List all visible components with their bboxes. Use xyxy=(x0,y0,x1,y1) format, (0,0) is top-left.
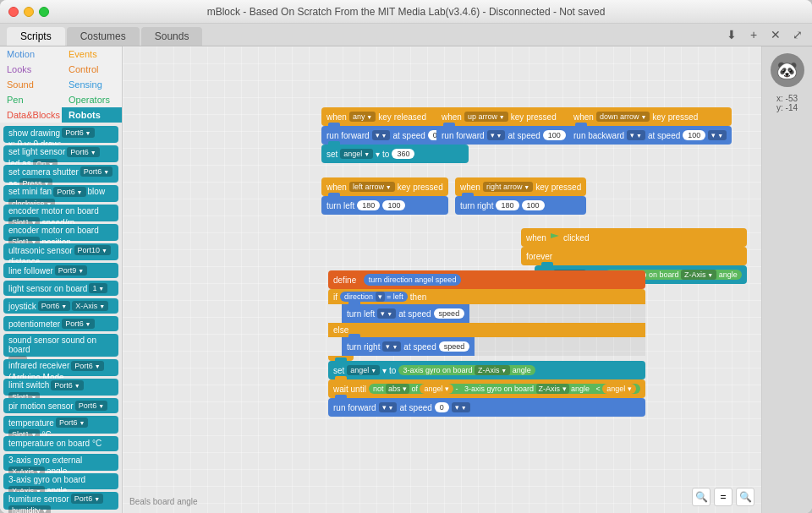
event-block-clicked[interactable]: when clicked xyxy=(521,228,747,247)
action-block-backward-100[interactable]: run backward ▾ at speed 100▾ xyxy=(568,126,732,145)
list-item[interactable]: potentiometer Port6 xyxy=(3,316,118,331)
category-events[interactable]: Events xyxy=(62,46,122,62)
event-block-left-arrow[interactable]: when left arrow key pressed xyxy=(321,177,448,196)
import-icon[interactable]: ⬇ xyxy=(724,27,739,42)
list-item[interactable]: temperature Port6 Slot1 °C xyxy=(3,416,118,434)
category-sound[interactable]: Sound xyxy=(0,77,62,92)
workspace[interactable]: when any key released run forward ▾ at s… xyxy=(123,46,761,513)
list-item[interactable]: pir motion sensor Port6 xyxy=(3,398,118,413)
block-group-left-arrow[interactable]: when left arrow key pressed turn left 18… xyxy=(321,177,448,215)
block-group-right-arrow[interactable]: when right arrow key pressed turn right … xyxy=(455,177,586,215)
block-group-define[interactable]: define turn direction angel speed if dir… xyxy=(328,270,645,417)
list-item[interactable]: 3-axis gyro on board X-Axis angle xyxy=(3,473,118,490)
category-control[interactable]: Control xyxy=(62,62,122,77)
titlebar: mBlock - Based On Scratch From the MIT M… xyxy=(0,0,812,24)
list-item[interactable]: set camera shutter Port6 as Press xyxy=(3,165,118,183)
category-motion[interactable]: Motion xyxy=(0,46,62,62)
list-item[interactable]: encoder motor on board Slot1 position xyxy=(3,224,118,241)
cat-col-right: Events Control Sensing Operators Robots xyxy=(62,46,122,123)
x-coord: -53 xyxy=(786,94,798,103)
panda-icon: 🐼 xyxy=(771,53,804,87)
toolbar-icons: ⬇ + ✕ ⤢ xyxy=(724,27,805,46)
list-item[interactable]: 3-axis gyro external X-Axis angle xyxy=(3,454,118,471)
traffic-lights xyxy=(8,7,49,17)
sidebar-categories: Motion Looks Sound Pen Data&Blocks Event… xyxy=(0,46,123,513)
action-block-run-forward-end[interactable]: run forward ▾ at speed 0▾ xyxy=(328,398,645,417)
expand-icon[interactable]: ⤢ xyxy=(790,27,805,42)
list-item[interactable]: humiture sensor Port6 humidity xyxy=(3,492,118,510)
list-item[interactable]: set light sensor Port6 led as On xyxy=(3,145,118,163)
tab-scripts[interactable]: Scripts xyxy=(7,27,65,46)
list-item[interactable]: ultrasonic sensor Port10 distance xyxy=(3,243,118,260)
zoom-out-button[interactable]: 🔍 xyxy=(692,488,710,506)
main-window: mBlock - Based On Scratch From the MIT M… xyxy=(0,0,812,513)
action-block-set-angel[interactable]: set angel ▾ to 360 xyxy=(321,145,469,163)
list-item[interactable]: infrared receiver Port6 (Arduino Mode xyxy=(3,359,118,376)
close-button[interactable] xyxy=(8,7,19,17)
main-content: Motion Looks Sound Pen Data&Blocks Event… xyxy=(0,46,812,513)
list-item[interactable]: show drawing Port6 x: 0 y: 0 draw: xyxy=(3,126,118,143)
list-item[interactable]: limit switch Port6 Slot1 xyxy=(3,379,118,396)
event-block-right-arrow[interactable]: when right arrow key pressed xyxy=(455,177,586,196)
bottom-label: Beals board angle xyxy=(129,497,198,506)
category-data[interactable]: Data&Blocks xyxy=(0,107,62,123)
category-pen[interactable]: Pen xyxy=(0,92,62,107)
list-item[interactable]: line follower Port9 xyxy=(3,263,118,278)
list-item[interactable]: joystick Port6 X-Axis xyxy=(3,298,118,314)
action-block-turn-left-speed[interactable]: turn left ▾ at speed speed xyxy=(342,304,469,323)
cat-col-left: Motion Looks Sound Pen Data&Blocks xyxy=(0,46,62,123)
list-item[interactable]: temperature on board °C xyxy=(3,436,118,451)
coordinates: x: -53 y: -14 xyxy=(776,94,798,112)
list-item[interactable]: encoder motor on board Slot1 speed/rp xyxy=(3,205,118,221)
minimize-button[interactable] xyxy=(24,7,34,17)
define-block[interactable]: define turn direction angel speed xyxy=(328,270,645,289)
category-looks[interactable]: Looks xyxy=(0,62,62,77)
window-title: mBlock - Based On Scratch From the MIT M… xyxy=(207,6,606,18)
zoom-in-button[interactable]: 🔍 xyxy=(736,488,754,506)
category-section: Motion Looks Sound Pen Data&Blocks Event… xyxy=(0,46,122,123)
block-list: show drawing Port6 x: 0 y: 0 draw: set l… xyxy=(0,123,122,513)
control-block-wait-until[interactable]: wait until not abs ▾ of angel ▾ - 3-axis… xyxy=(328,379,645,398)
action-block-set-angel-gyro[interactable]: set angel ▾ to 3-axis gyro on board Z-Ax… xyxy=(328,361,645,379)
action-block-turn-right[interactable]: turn right 180 100 xyxy=(455,196,586,215)
action-block-turn-left[interactable]: turn left 180 100 xyxy=(321,196,448,215)
y-coord: -14 xyxy=(786,103,798,112)
tab-sounds[interactable]: Sounds xyxy=(141,27,203,46)
list-item[interactable]: light sensor on board 1 xyxy=(3,281,118,296)
category-sensing[interactable]: Sensing xyxy=(62,77,122,92)
zoom-reset-button[interactable]: = xyxy=(714,488,732,506)
maximize-button[interactable] xyxy=(39,7,49,17)
list-item[interactable]: sound sensor sound on board▾ xyxy=(3,334,118,357)
right-panel: 🐼 x: -53 y: -14 xyxy=(761,46,812,513)
category-robots[interactable]: Robots xyxy=(62,107,122,123)
close-icon[interactable]: ✕ xyxy=(768,27,783,42)
tabbar: Scripts Costumes Sounds ⬇ + ✕ ⤢ xyxy=(0,24,812,46)
category-operators[interactable]: Operators xyxy=(62,92,122,107)
action-block-turn-right-speed[interactable]: turn right ▾ at speed speed xyxy=(342,337,475,356)
block-group-down-arrow[interactable]: when down arrow key pressed run backward… xyxy=(568,107,732,145)
control-block-forever[interactable]: forever xyxy=(521,247,747,265)
add-icon[interactable]: + xyxy=(746,27,761,42)
zoom-controls: 🔍 = 🔍 xyxy=(692,488,754,506)
tab-costumes[interactable]: Costumes xyxy=(67,27,140,46)
list-item[interactable]: set mini fan Port6 blow clockwise xyxy=(3,185,118,203)
event-block-down-arrow[interactable]: when down arrow key pressed xyxy=(568,107,732,126)
